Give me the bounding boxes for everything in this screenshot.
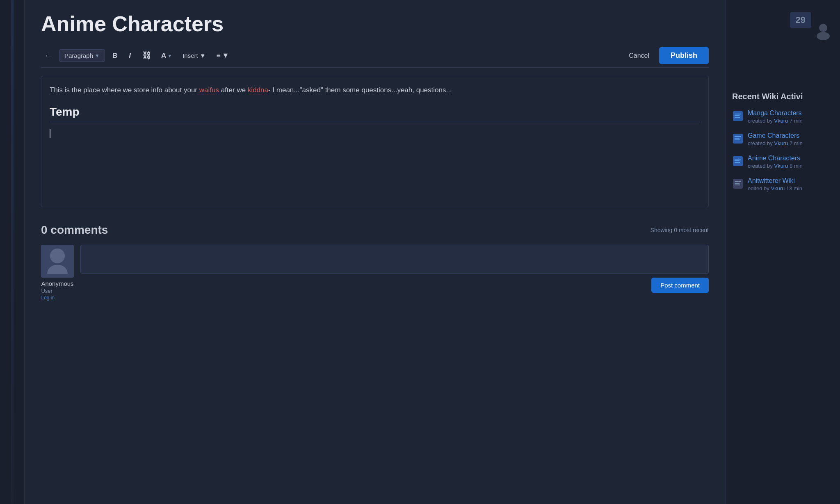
insert-label: Insert <box>183 52 198 59</box>
activity-time-1: 7 min <box>790 140 803 146</box>
font-color-label: A <box>161 52 166 60</box>
description-part2: after we <box>219 86 248 94</box>
align-arrow: ▼ <box>222 51 229 60</box>
svg-rect-16 <box>735 183 740 184</box>
waifus-text: waifus <box>199 86 219 94</box>
main-wrapper: Anime Characters ← Paragraph ▼ B I ⛓ A ▼… <box>25 0 840 504</box>
activity-icon-2 <box>732 155 744 167</box>
font-color-arrow: ▼ <box>167 53 172 58</box>
page-title: Anime Characters <box>41 12 709 36</box>
publish-button[interactable]: Publish <box>659 47 709 64</box>
font-color-button[interactable]: A ▼ <box>158 49 175 62</box>
comments-showing: Showing 0 most recent <box>651 227 709 233</box>
svg-rect-7 <box>735 136 741 137</box>
activity-user-2[interactable]: Vkuru <box>774 163 788 169</box>
editor-area[interactable]: This is the place where we store info ab… <box>41 76 709 207</box>
kiddna-text: kiddna <box>248 86 268 94</box>
activity-name-3[interactable]: Anitwitterer Wiki <box>748 177 802 185</box>
comment-field-wrapper: Post comment <box>80 245 709 293</box>
spacer-top <box>732 51 833 92</box>
commenter-name: Anonymous <box>41 280 73 287</box>
svg-rect-3 <box>735 114 741 114</box>
commenter-login-link[interactable]: Log in <box>41 295 73 301</box>
sidebar-title: Recent Wiki Activi <box>732 92 833 101</box>
editor-description: This is the place where we store info ab… <box>50 84 700 96</box>
svg-rect-13 <box>735 162 740 163</box>
description-part1: This is the place where we store info ab… <box>50 86 199 94</box>
commenter-block: Anonymous User Log in <box>41 245 74 301</box>
svg-point-0 <box>819 24 827 32</box>
activity-icon-3 <box>732 178 744 189</box>
align-label: ≡ <box>217 51 221 60</box>
svg-rect-15 <box>735 181 741 182</box>
post-comment-button[interactable]: Post comment <box>651 278 709 293</box>
align-button[interactable]: ≡ ▼ <box>213 49 233 62</box>
svg-point-1 <box>817 32 830 40</box>
italic-button[interactable]: I <box>125 49 135 62</box>
activity-text-3: Anitwitterer Wiki edited by Vkuru 13 min <box>748 177 802 192</box>
activity-user-1[interactable]: Vkuru <box>774 140 788 146</box>
right-sidebar: 29 Recent Wiki Activi Manga Charac <box>725 0 840 504</box>
paragraph-label: Paragraph <box>64 52 93 59</box>
insert-arrow: ▼ <box>200 52 206 59</box>
comment-input-area: Anonymous User Log in Post comment <box>41 245 709 301</box>
paragraph-dropdown-arrow: ▼ <box>95 53 100 59</box>
left-sidebar <box>0 0 25 504</box>
activity-item-0: Manga Characters created by Vkuru 7 min <box>732 109 833 124</box>
decorative-avatar <box>732 21 833 43</box>
activity-time-3: 13 min <box>786 185 802 192</box>
main-content: Anime Characters ← Paragraph ▼ B I ⛓ A ▼… <box>25 0 725 504</box>
editor-cursor-line <box>50 129 700 138</box>
link-button[interactable]: ⛓ <box>138 48 155 63</box>
activity-user-3[interactable]: Vkuru <box>771 185 785 192</box>
activity-text-2: Anime Characters created by Vkuru 8 min <box>748 155 803 169</box>
activity-user-0[interactable]: Vkuru <box>774 118 788 124</box>
cancel-button[interactable]: Cancel <box>622 49 656 63</box>
activity-action-2: created by <box>748 163 773 169</box>
svg-rect-4 <box>735 115 740 116</box>
svg-rect-5 <box>735 117 740 118</box>
activity-action-1: created by <box>748 140 773 146</box>
activity-icon-1 <box>732 133 744 144</box>
editor-cursor <box>50 129 50 138</box>
description-part3: - I mean..."asked" them some questions..… <box>268 86 452 94</box>
bold-button[interactable]: B <box>108 49 121 62</box>
svg-rect-8 <box>735 138 740 139</box>
activity-text-0: Manga Characters created by Vkuru 7 min <box>748 109 803 124</box>
sidebar-stripe <box>11 0 14 504</box>
activity-action-3: edited by <box>748 185 769 192</box>
avatar-body-icon <box>47 265 68 274</box>
activity-time-0: 7 min <box>790 118 803 124</box>
svg-rect-9 <box>735 139 740 140</box>
activity-meta-3: edited by Vkuru 13 min <box>748 185 802 192</box>
activity-meta-1: created by Vkuru 7 min <box>748 140 803 146</box>
activity-icon-0 <box>732 110 744 122</box>
comment-textarea[interactable] <box>80 245 709 274</box>
svg-rect-17 <box>735 185 740 185</box>
activity-meta-0: created by Vkuru 7 min <box>748 118 803 124</box>
comments-header: 0 comments Showing 0 most recent <box>41 223 709 237</box>
comments-section: 0 comments Showing 0 most recent Anonymo… <box>41 223 709 301</box>
insert-button[interactable]: Insert ▼ <box>178 50 210 62</box>
activity-item-1: Game Characters created by Vkuru 7 min <box>732 132 833 146</box>
activity-text-1: Game Characters created by Vkuru 7 min <box>748 132 803 146</box>
activity-item-3: Anitwitterer Wiki edited by Vkuru 13 min <box>732 177 833 192</box>
activity-name-2[interactable]: Anime Characters <box>748 155 803 162</box>
activity-meta-2: created by Vkuru 8 min <box>748 163 803 169</box>
activity-name-0[interactable]: Manga Characters <box>748 109 803 117</box>
activity-item-2: Anime Characters created by Vkuru 8 min <box>732 155 833 169</box>
commenter-role: User <box>41 288 73 294</box>
activity-name-1[interactable]: Game Characters <box>748 132 803 139</box>
commenter-info: Anonymous User Log in <box>41 280 73 301</box>
paragraph-dropdown[interactable]: Paragraph ▼ <box>59 49 105 62</box>
commenter-avatar <box>41 245 74 278</box>
activity-action-0: created by <box>748 118 773 124</box>
svg-rect-12 <box>735 160 740 161</box>
avatar-head-icon <box>50 249 65 263</box>
back-button[interactable]: ← <box>41 49 56 62</box>
svg-rect-11 <box>735 159 741 160</box>
comments-title: 0 comments <box>41 223 108 237</box>
editor-heading: Temp <box>50 105 700 122</box>
editor-toolbar: ← Paragraph ▼ B I ⛓ A ▼ Insert ▼ ≡ ▼ Can… <box>41 44 709 68</box>
activity-time-2: 8 min <box>790 163 803 169</box>
